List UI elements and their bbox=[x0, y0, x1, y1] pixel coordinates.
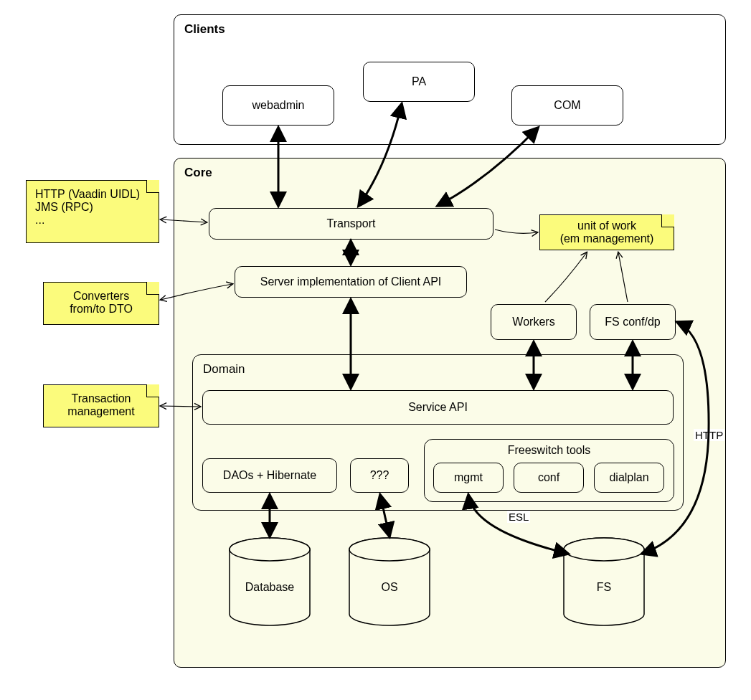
svg-point-1 bbox=[230, 538, 310, 561]
box-daos: DAOs + Hibernate bbox=[202, 458, 337, 493]
note-unit-of-work: unit of work (em management) bbox=[539, 214, 674, 250]
group-label-clients: Clients bbox=[184, 22, 225, 37]
box-fs-conf-dp: FS conf/dp bbox=[590, 304, 676, 340]
box-server-impl: Server implementation of Client API bbox=[235, 266, 467, 298]
label-os: OS bbox=[346, 581, 433, 594]
box-dialplan: dialplan bbox=[594, 463, 664, 493]
note-http: HTTP (Vaadin UIDL) JMS (RPC) ... bbox=[26, 180, 159, 243]
note-transaction: Transaction management bbox=[43, 384, 159, 427]
box-unknown: ??? bbox=[350, 458, 409, 493]
box-workers: Workers bbox=[491, 304, 577, 340]
label-database: Database bbox=[227, 581, 313, 594]
diagram-canvas: Clients webadmin PA COM Core Transport u… bbox=[0, 0, 751, 700]
box-pa: PA bbox=[363, 62, 475, 102]
box-conf: conf bbox=[514, 463, 584, 493]
box-service-api: Service API bbox=[202, 390, 674, 425]
box-transport: Transport bbox=[209, 208, 493, 240]
svg-point-5 bbox=[564, 538, 644, 561]
edge-label-http: HTTP bbox=[694, 429, 724, 441]
box-webadmin: webadmin bbox=[222, 85, 334, 126]
box-com: COM bbox=[511, 85, 623, 126]
box-mgmt: mgmt bbox=[433, 463, 504, 493]
note-converters: Converters from/to DTO bbox=[43, 282, 159, 325]
group-label-freeswitch: Freeswitch tools bbox=[425, 444, 674, 457]
edge-label-esl: ESL bbox=[507, 511, 530, 523]
svg-point-3 bbox=[349, 538, 430, 561]
group-label-core: Core bbox=[184, 166, 212, 180]
group-label-domain: Domain bbox=[203, 362, 245, 377]
label-fs: FS bbox=[561, 581, 647, 594]
